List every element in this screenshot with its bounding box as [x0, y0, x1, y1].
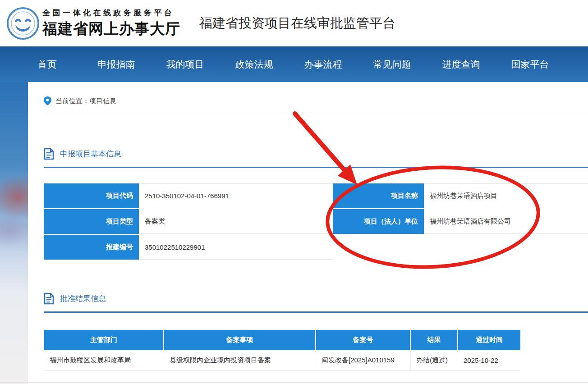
page: 全国一体化在线政务服务平台 福建省网上办事大厅 福建省投资项目在线审批监管平台 … — [0, 0, 588, 384]
nav-item-progress-query[interactable]: 进度查询 — [427, 58, 496, 71]
approval-result-section-rule — [44, 311, 588, 313]
col-header-pass-date: 通过时间 — [458, 330, 520, 350]
nav-item-my-projects[interactable]: 我的项目 — [151, 58, 220, 71]
empty-cell — [424, 235, 588, 260]
smiley-emblem-icon[interactable] — [6, 7, 40, 40]
field-value-legal-entity: 福州坊巷茉语酒店有限公司 — [424, 209, 588, 234]
logo-line2: 福建省网上办事大厅 — [42, 19, 180, 39]
main-nav: 首页 申报指南 我的项目 政策法规 办事流程 常见问题 进度查询 国家平台 — [0, 46, 588, 82]
content-card: 当前位置：项目信息 申报项目基本信息 项目代码 2510-350102-04-0… — [28, 82, 588, 384]
breadcrumb-text: 当前位置：项目信息 — [55, 97, 116, 105]
result-table-row: 福州市鼓楼区发展和改革局 县级权限内企业境内投资项目备案 闽发改备[2025]A… — [44, 350, 519, 370]
field-label-project-code: 项目代码 — [44, 183, 139, 208]
cell-record-no: 闽发改备[2025]A010159 — [316, 350, 411, 370]
basic-info-section-header: 申报项目基本信息 — [44, 148, 588, 160]
breadcrumb-divider — [44, 112, 587, 112]
field-label-construction-no: 报建编号 — [44, 235, 139, 260]
cell-dept: 福州市鼓楼区发展和改革局 — [44, 350, 164, 370]
left-background-strip — [0, 82, 28, 384]
site-header: 全国一体化在线政务服务平台 福建省网上办事大厅 福建省投资项目在线审批监管平台 — [0, 0, 588, 46]
field-value-project-type: 备案类 — [139, 209, 333, 234]
nav-item-faq[interactable]: 常见问题 — [358, 58, 427, 71]
field-value-project-code: 2510-350102-04-01-766991 — [139, 183, 333, 208]
nav-item-process[interactable]: 办事流程 — [289, 58, 358, 71]
cell-pass-date: 2025-10-22 — [458, 350, 520, 370]
logo-text: 全国一体化在线政务服务平台 福建省网上办事大厅 — [42, 8, 180, 39]
nav-item-policies[interactable]: 政策法规 — [220, 58, 289, 71]
field-label-project-type: 项目类型 — [44, 209, 139, 234]
document-icon — [44, 293, 54, 305]
breadcrumb: 当前位置：项目信息 — [44, 82, 588, 105]
col-header-result: 结果 — [411, 330, 458, 350]
cell-result: 办结(通过) — [411, 350, 458, 370]
field-label-project-name: 项目名称 — [333, 183, 424, 208]
col-header-dept: 主管部门 — [44, 330, 164, 350]
bottom-divider — [0, 382, 588, 383]
col-header-record-no: 备案号 — [316, 330, 411, 350]
nav-item-declare-guide[interactable]: 申报指南 — [82, 58, 151, 71]
document-icon — [44, 148, 54, 160]
nav-item-home[interactable]: 首页 — [13, 58, 82, 71]
field-value-project-name: 福州坊巷茉语酒店项目 — [424, 183, 588, 208]
empty-cell — [333, 235, 424, 260]
approval-result-section-header: 批准结果信息 — [44, 293, 588, 305]
field-value-construction-no: 3501022510229901 — [139, 235, 333, 260]
basic-info-section-rule — [44, 167, 588, 168]
approval-result-section-title: 批准结果信息 — [60, 293, 106, 304]
field-label-legal-entity: 项目（法人）单位 — [333, 209, 424, 234]
content-area: 当前位置：项目信息 申报项目基本信息 项目代码 2510-350102-04-0… — [0, 82, 588, 384]
basic-info-table: 项目代码 2510-350102-04-01-766991 项目名称 福州坊巷茉… — [44, 183, 588, 260]
col-header-record-item: 备案事项 — [164, 330, 316, 350]
page-title: 福建省投资项目在线审批监管平台 — [199, 14, 395, 32]
logo-line1: 全国一体化在线政务服务平台 — [42, 8, 180, 18]
location-pin-icon — [44, 96, 51, 105]
approval-result-table: 主管部门 备案事项 备案号 结果 通过时间 福州市鼓楼区发展和改革局 县级权限内… — [44, 329, 520, 371]
nav-item-national-platform[interactable]: 国家平台 — [496, 58, 565, 71]
cell-record-item: 县级权限内企业境内投资项目备案 — [164, 350, 316, 370]
basic-info-section-title: 申报项目基本信息 — [60, 149, 121, 159]
result-table-header-row: 主管部门 备案事项 备案号 结果 通过时间 — [44, 330, 519, 350]
